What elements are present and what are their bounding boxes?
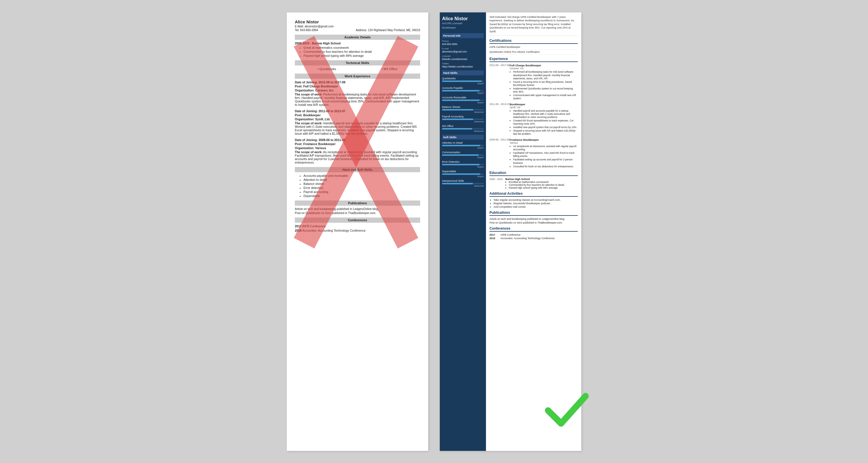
pub-item-2: Post on Quickbooks vs Xero published in … <box>295 211 420 214</box>
phone-label: Phone <box>442 40 484 42</box>
personal-info-title: Personal Info <box>442 33 484 38</box>
academic-list: Great at mathematics coursework Commende… <box>295 46 420 57</box>
hs-name-4: Balance Sheets <box>442 106 484 108</box>
exp-title-2: Bookkeeper <box>510 103 578 106</box>
skill-item-3: Balance sheets <box>304 182 420 186</box>
right-conf-1: 2017 AIPB Conference <box>490 233 578 236</box>
right-main: Self-motivated, full-charge AIPB Certifi… <box>486 12 581 451</box>
academic-item-3: Passed high school typing with 99% avera… <box>304 54 420 57</box>
skill-item-2: Attention to detail <box>304 178 420 181</box>
work-entry-3: Date of Joining: 2009-06 to 2011-08 Post… <box>295 138 420 164</box>
ss-name-4: Dependable <box>442 170 484 173</box>
exp-entry-3: 2009-06 - 2011-08 Freelance Bookkeeper V… <box>490 138 578 168</box>
skill-item-1: Accounts payable and receivable <box>304 174 420 177</box>
hs-level-3: Expert <box>442 101 484 104</box>
ss-name-1: Attention to Detail <box>442 141 484 144</box>
hard-skill-bs: Balance Sheets Advanced <box>442 106 484 113</box>
technical-section-header: Technical Skills <box>295 60 420 65</box>
skills-section-header: Hard and Soft Skills <box>295 167 420 172</box>
hard-skill-quickbooks: Quickbooks Expert <box>442 77 484 85</box>
linkedin-label: Linkedin <box>442 55 484 57</box>
right-summary: Self-motivated, full-charge AIPB Certifi… <box>490 15 578 36</box>
rconf-year-1: 2017 <box>490 233 498 236</box>
sidebar-name: Alice Nistor <box>442 16 484 21</box>
exp-entry-2: 2011-08 - 2012-07 Bookkeeper Sysill, Ltd… <box>490 103 578 136</box>
ss-level-2: Expert <box>442 156 484 159</box>
certifications-title: Certifications <box>490 39 578 44</box>
experience-title: Experience <box>490 57 578 62</box>
work-entry-2: Date of Joining: 2011-08 to 2012-07 Post… <box>295 109 420 135</box>
phone-value: 843-860-3894 <box>442 43 484 45</box>
twitter-value: https://twitter.com/alicenistor <box>442 65 484 68</box>
conferences-section-header: Conferences <box>295 218 420 223</box>
soft-skill-interpersonal: Interpersonal Skills Advanced <box>442 179 484 187</box>
sidebar-credential: NACPB Licensed <box>442 22 484 25</box>
email-label: E-mail <box>442 47 484 50</box>
soft-skill-attention: Attention to Detail Expert <box>442 141 484 149</box>
left-tel: Tel: 843-860-3894 <box>295 29 318 32</box>
education-title: Education <box>490 171 578 176</box>
exp-date-1: 2012-08 - 2017-09 <box>490 64 510 100</box>
ss-level-4: Expert <box>442 175 484 178</box>
exp-bullets-3: As receptionist at Interescent, assisted… <box>510 145 578 168</box>
edu-entry-1: 2006 - 2010 Barlow High School Excelled … <box>490 178 578 189</box>
hard-skill-msoffice: MS Office Advanced <box>442 125 484 132</box>
academic-section-header: Academic Details <box>295 35 420 40</box>
left-name: Alice Nistor <box>295 19 420 24</box>
linkedin-item: Linkedin linkedin.com/alicenistor <box>442 55 484 61</box>
soft-skills-title: Soft Skills <box>442 135 484 140</box>
right-publications-title: Publications <box>490 210 578 216</box>
hs-name-3: Accounts Receivable <box>442 96 484 99</box>
hs-name-2: Accounts Payable <box>442 87 484 90</box>
exp-title-3: Freelance Bookkeeper <box>510 138 578 141</box>
edu-date-1: 2006 - 2010 <box>490 178 505 189</box>
work-section-header: Work Experience <box>295 73 420 79</box>
conf-item-2: 2016 Accountex: Accounting Technology Co… <box>295 229 420 232</box>
rconf-name-1: AIPB Conference <box>500 233 521 236</box>
soft-skill-error: Error Detection Expert <box>442 160 484 168</box>
soft-skill-comm: Communication Expert <box>442 151 484 159</box>
exp-entry-1: 2012-08 - 2017-09 Full Charge Bookkeeper… <box>490 64 578 100</box>
rconf-name-2: Accountex: Accounting Technology Confere… <box>500 237 555 240</box>
email-item: E-mail alicenistor@gmail.com <box>442 47 484 53</box>
pub-item-1: Article on tech and bookkeeping publishe… <box>295 207 420 210</box>
hs-level-1: Expert <box>442 82 484 85</box>
exp-bullets-1: Performed all bookkeeping tasks for mid-… <box>510 70 578 100</box>
right-resume: Alice Nistor NACPB Licensed Bookkeeper P… <box>440 12 581 451</box>
email-value: alicenistor@gmail.com <box>442 50 484 53</box>
skills-list: Accounts payable and receivable Attentio… <box>295 174 420 198</box>
cert-2: Quickbooks Online Pro Advisor Certificat… <box>490 51 578 55</box>
hs-level-5: Advanced <box>442 120 484 123</box>
right-conf-2: 2016 Accountex: Accounting Technology Co… <box>490 237 578 240</box>
rconf-year-2: 2016 <box>490 237 498 240</box>
edu-bullets-1: Excelled at mathematics coursework. Comm… <box>505 180 578 189</box>
right-pub-1: Article on tech and bookkeeping publishe… <box>490 218 578 221</box>
hs-name-1: Quickbooks <box>442 77 484 80</box>
exp-date-3: 2009-06 - 2011-08 <box>490 138 510 168</box>
ss-level-3: Expert <box>442 166 484 168</box>
ss-name-5: Interpersonal Skills <box>442 179 484 182</box>
conf-item-1: 2017 AIPB Conference <box>295 225 420 228</box>
hard-skill-ar: Accounts Receivable Expert <box>442 96 484 104</box>
academic-school: 2006-2010 - Barlow High School <box>295 41 420 45</box>
hard-skill-ap: Accounts Payable Expert <box>442 87 484 94</box>
right-pub-2: Post on Quickbooks vs Xero published in … <box>490 221 578 224</box>
skill-item-6: Dependable <box>304 194 420 198</box>
right-sidebar: Alice Nistor NACPB Licensed Bookkeeper P… <box>440 12 486 451</box>
exp-org-2: Sysill, Ltd. <box>510 106 578 109</box>
ss-level-5: Advanced <box>442 185 484 187</box>
hs-level-4: Advanced <box>442 111 484 113</box>
exp-date-2: 2011-08 - 2012-07 <box>490 103 510 136</box>
left-email: E-Mail: alicenistor@gmail.com <box>295 25 420 28</box>
exp-org-3: Various <box>510 141 578 144</box>
sidebar-title-text: Bookkeeper <box>442 26 484 30</box>
right-conferences-title: Conferences <box>490 227 578 232</box>
twitter-label: Twitter <box>442 62 484 65</box>
hs-name-5: Payroll Accounting <box>442 115 484 118</box>
tech-skill-2: • MS Office <box>381 67 397 71</box>
publications-section-header: Publications <box>295 200 420 206</box>
hs-level-2: Expert <box>442 92 484 94</box>
edu-school-1: Barlow High School <box>505 178 578 180</box>
tech-skill-1: • Quickbooks <box>318 67 336 71</box>
hs-name-6: MS Office <box>442 125 484 128</box>
